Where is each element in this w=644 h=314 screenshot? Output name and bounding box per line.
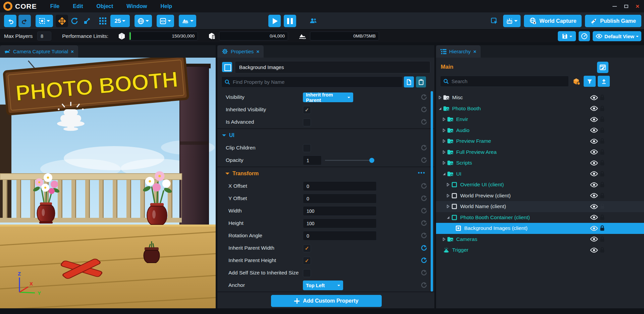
restore-button[interactable] (624, 5, 628, 8)
height-input[interactable]: 100 (303, 218, 377, 228)
max-players-input[interactable] (37, 32, 51, 41)
tree-item-world-name-client[interactable]: World Name (client) (436, 201, 644, 212)
terrain-tools-dropdown[interactable] (179, 15, 196, 27)
add-self-size-to-inherited-size-checkbox[interactable] (303, 269, 311, 277)
publish-game-button[interactable]: Publish Game (585, 15, 641, 27)
collapse-arrow-icon[interactable] (446, 215, 451, 219)
tab-hierarchy[interactable]: Hierarchy × (436, 45, 481, 58)
collapse-arrow-icon[interactable] (442, 172, 447, 176)
reset-icon[interactable] (421, 232, 427, 239)
inherit-parent-width-checkbox[interactable]: ✓ (303, 244, 311, 252)
lock-icon[interactable] (600, 127, 605, 133)
reset-icon[interactable] (421, 94, 427, 101)
inherit-parent-height-checkbox[interactable]: ✓ (303, 257, 311, 265)
visibility-eye-icon[interactable] (590, 127, 598, 133)
expand-arrow-icon[interactable] (442, 139, 447, 143)
visibility-eye-icon[interactable] (590, 204, 598, 209)
play-button[interactable] (268, 15, 281, 27)
menu-file[interactable]: File (50, 3, 60, 9)
add-custom-property-button[interactable]: Add Custom Property (271, 295, 382, 307)
lock-icon[interactable] (600, 171, 605, 177)
visibility-eye-icon[interactable] (590, 117, 598, 122)
paste-properties-button[interactable] (416, 76, 426, 87)
reset-icon[interactable] (421, 245, 427, 251)
lock-icon[interactable] (600, 193, 605, 199)
reset-icon[interactable] (421, 220, 427, 227)
selection-mode-dropdown[interactable] (36, 15, 53, 27)
tree-item-misc[interactable]: Misc (436, 92, 644, 103)
expand-arrow-icon[interactable] (442, 161, 447, 165)
tree-item-cameras[interactable]: Cameras (436, 234, 644, 245)
clip-children-checkbox[interactable] (303, 144, 311, 152)
section-header-ui[interactable]: UI (217, 128, 434, 142)
export-template-button[interactable] (598, 76, 610, 87)
menu-window[interactable]: Window (126, 3, 147, 9)
grid-snap-button[interactable] (98, 15, 108, 27)
expand-arrow-icon[interactable] (442, 117, 447, 121)
performance-gauge-button[interactable] (579, 31, 590, 41)
property-search-input[interactable] (233, 79, 402, 85)
tab-camera-capture-tutorial[interactable]: Camera Capture Tutorial × (0, 45, 78, 58)
visibility-eye-icon[interactable] (590, 226, 598, 231)
tree-item-scripts[interactable]: Scripts (436, 158, 644, 169)
visibility-dropdown[interactable]: Inherit from Parent (303, 92, 353, 102)
tree-item-override-ui-client[interactable]: Override UI (client) (436, 179, 644, 190)
expand-arrow-icon[interactable] (446, 204, 451, 208)
pause-button[interactable] (284, 15, 296, 27)
visibility-eye-icon[interactable] (590, 138, 598, 144)
menu-help[interactable]: Help (160, 3, 172, 9)
is-advanced-checkbox[interactable] (303, 118, 311, 126)
expand-arrow-icon[interactable] (442, 237, 447, 241)
ai-assistant-dropdown[interactable] (503, 15, 521, 27)
lock-icon[interactable] (600, 138, 605, 144)
lock-icon[interactable] (600, 149, 605, 155)
visibility-eye-icon[interactable] (590, 95, 598, 101)
visibility-eye-icon[interactable] (590, 247, 598, 253)
visibility-eye-icon[interactable] (590, 193, 598, 198)
expand-arrow-icon[interactable] (442, 150, 447, 154)
visibility-eye-icon[interactable] (590, 214, 598, 220)
lock-icon[interactable] (600, 236, 605, 242)
inherited-visibility-checkbox[interactable]: ✓ (303, 106, 311, 114)
lock-icon[interactable] (600, 225, 605, 231)
expand-arrow-icon[interactable] (442, 128, 447, 132)
close-icon[interactable]: × (256, 49, 259, 54)
visibility-eye-icon[interactable] (590, 236, 598, 242)
undo-button[interactable] (4, 15, 16, 27)
reset-icon[interactable] (421, 119, 427, 125)
expand-arrow-icon[interactable] (438, 96, 443, 100)
close-icon[interactable]: × (473, 49, 476, 54)
script-tools-dropdown[interactable] (157, 15, 174, 27)
anchor-dropdown[interactable]: Top Left (303, 280, 343, 290)
expand-arrow-icon[interactable] (446, 194, 451, 198)
collapse-arrow-icon[interactable] (438, 107, 443, 111)
tree-item-world-preview-client[interactable]: World Preview (client) (436, 190, 644, 201)
slider-knob[interactable] (369, 158, 374, 163)
tree-item-envir[interactable]: Envir (436, 114, 644, 125)
close-icon[interactable]: × (71, 49, 74, 54)
lock-icon[interactable] (600, 203, 605, 209)
section-header-transform[interactable]: Transform••• (217, 167, 434, 180)
world-settings-dropdown[interactable] (135, 15, 152, 27)
opacity-slider[interactable] (325, 160, 374, 161)
properties-scrollbar[interactable] (431, 91, 433, 292)
menu-edit[interactable]: Edit (73, 3, 83, 9)
redo-button[interactable] (18, 15, 31, 27)
x-offset-input[interactable]: 0 (303, 181, 377, 191)
lock-icon[interactable] (600, 106, 605, 112)
reset-icon[interactable] (421, 257, 427, 264)
lock-icon[interactable] (600, 95, 605, 101)
tree-item-trigger[interactable]: Trigger (436, 245, 644, 256)
tree-item-audio[interactable]: Audio (436, 125, 644, 136)
lock-icon[interactable] (600, 182, 605, 188)
reset-icon[interactable] (421, 183, 427, 189)
reset-icon[interactable] (421, 207, 427, 214)
copy-properties-button[interactable] (404, 76, 414, 87)
reset-icon[interactable] (421, 195, 427, 202)
lock-icon[interactable] (600, 160, 605, 166)
visibility-eye-icon[interactable] (590, 160, 598, 166)
rotate-tool-button[interactable] (68, 15, 80, 27)
scale-tool-button[interactable] (80, 15, 93, 27)
visibility-eye-icon[interactable] (590, 149, 598, 155)
reset-icon[interactable] (421, 106, 427, 113)
